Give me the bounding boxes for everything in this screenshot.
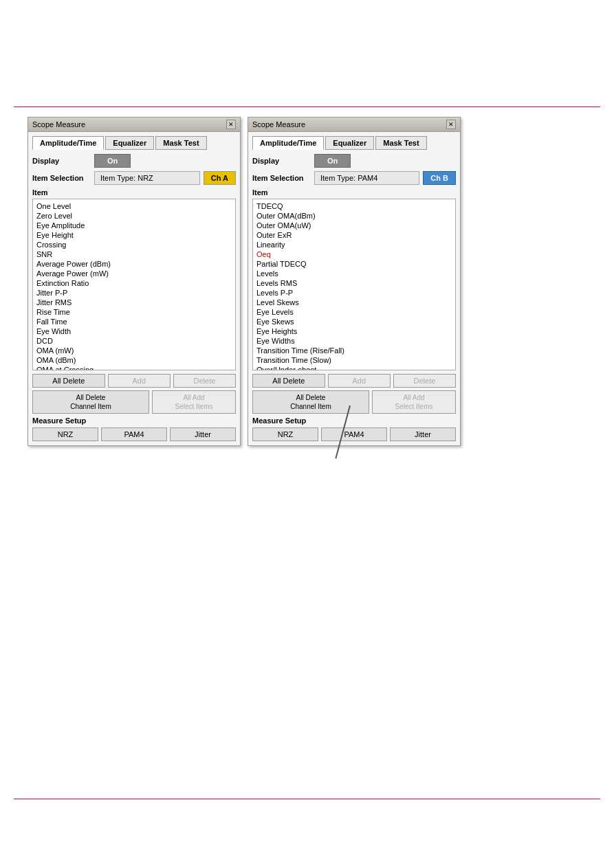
list-item[interactable]: OMA (dBm): [35, 355, 233, 365]
measure-nrz-btn-1[interactable]: NRZ: [32, 427, 98, 441]
measure-jitter-btn-1[interactable]: Jitter: [170, 427, 236, 441]
close-button-1[interactable]: ✕: [226, 120, 236, 129]
list-item[interactable]: Eye Skews: [255, 317, 453, 326]
item-list-label-1: Item: [32, 188, 236, 197]
item-selection-row-1: Item Selection Item Type: NRZ Ch A: [32, 171, 236, 185]
delete-btn-2[interactable]: Delete: [393, 374, 456, 388]
item-selection-row-2: Item Selection Item Type: PAM4 Ch B: [252, 171, 456, 185]
list-item[interactable]: Jitter RMS: [35, 298, 233, 307]
list-item[interactable]: Levels RMS: [255, 278, 453, 288]
list-item[interactable]: Eye Width: [35, 326, 233, 336]
tab-bar-2: Amplitude/Time Equalizer Mask Test: [252, 136, 456, 150]
add-btn-1[interactable]: Add: [108, 374, 171, 388]
all-add-select-btn-1[interactable]: All AddSelect Items: [152, 390, 236, 414]
list-item[interactable]: One Level: [35, 201, 233, 211]
tab-equalizer-1[interactable]: Equalizer: [105, 136, 154, 150]
tab-mask-test-2[interactable]: Mask Test: [375, 136, 426, 150]
add-btn-2[interactable]: Add: [328, 374, 391, 388]
list-item[interactable]: Average Power (mW): [35, 269, 233, 278]
list-item[interactable]: Level Skews: [255, 298, 453, 307]
window-title-2: Scope Measure: [252, 120, 305, 129]
list-item[interactable]: Average Power (dBm): [35, 259, 233, 269]
list-item[interactable]: Eye Height: [35, 230, 233, 240]
item-selection-label-2: Item Selection: [252, 174, 311, 182]
ch-btn-1[interactable]: Ch A: [204, 171, 236, 185]
list-item[interactable]: Partial TDECQ: [255, 259, 453, 269]
list-item[interactable]: Over/Under-shoot: [255, 365, 453, 370]
item-list-label-2: Item: [252, 188, 456, 197]
ch-btn-2[interactable]: Ch B: [423, 171, 456, 185]
list-item[interactable]: Eye Heights: [255, 326, 453, 336]
tab-bar-1: Amplitude/Time Equalizer Mask Test: [32, 136, 236, 150]
measure-setup-label-1: Measure Setup: [32, 416, 236, 425]
display-row-2: Display On: [252, 154, 456, 168]
channel-btn-row-1: All DeleteChannel Item All AddSelect Ite…: [32, 390, 236, 414]
measure-btn-row-1: NRZ PAM4 Jitter: [32, 427, 236, 441]
item-list-2: TDECQ Outer OMA(dBm) Outer OMA(uW) Outer…: [252, 199, 456, 370]
display-row-1: Display On: [32, 154, 236, 168]
tab-mask-test-1[interactable]: Mask Test: [155, 136, 206, 150]
all-delete-channel-btn-1[interactable]: All DeleteChannel Item: [32, 390, 149, 414]
action-btn-row-2: All Delete Add Delete: [252, 374, 456, 388]
list-item[interactable]: Eye Levels: [255, 307, 453, 317]
measure-nrz-btn-2[interactable]: NRZ: [252, 427, 318, 441]
channel-btn-row-2: All DeleteChannel Item All AddSelect Ite…: [252, 390, 456, 414]
list-item[interactable]: Fall Time: [35, 317, 233, 326]
list-item[interactable]: Linearity: [255, 240, 453, 249]
list-item[interactable]: Outer OMA(dBm): [255, 211, 453, 221]
scope-window-2: Scope Measure ✕ Amplitude/Time Equalizer…: [248, 117, 461, 446]
top-divider: [14, 107, 600, 107]
window-title-1: Scope Measure: [32, 120, 85, 129]
list-item[interactable]: OMA (mW): [35, 346, 233, 355]
scope-window-1: Scope Measure ✕ Amplitude/Time Equalizer…: [28, 117, 241, 446]
titlebar-1: Scope Measure ✕: [28, 118, 240, 132]
display-label-1: Display: [32, 157, 91, 165]
list-item[interactable]: OMA at Crossing: [35, 365, 233, 370]
tab-amplitude-time-2[interactable]: Amplitude/Time: [252, 136, 324, 150]
delete-btn-1[interactable]: Delete: [173, 374, 236, 388]
list-item[interactable]: Levels: [255, 269, 453, 278]
display-label-2: Display: [252, 157, 311, 165]
item-type-1: Item Type: NRZ: [94, 171, 200, 185]
item-list-1: One Level Zero Level Eye Amplitude Eye H…: [32, 199, 236, 370]
close-button-2[interactable]: ✕: [446, 120, 456, 129]
all-add-select-btn-2[interactable]: All AddSelect Items: [372, 390, 456, 414]
measure-btn-row-2: NRZ PAM4 Jitter: [252, 427, 456, 441]
list-item[interactable]: Oeq: [255, 249, 453, 259]
measure-pam4-btn-2[interactable]: PAM4: [321, 427, 387, 441]
list-item[interactable]: Extinction Ratio: [35, 278, 233, 288]
action-btn-row-1: All Delete Add Delete: [32, 374, 236, 388]
measure-jitter-btn-2[interactable]: Jitter: [390, 427, 456, 441]
list-item[interactable]: DCD: [35, 336, 233, 346]
list-item[interactable]: Jitter P-P: [35, 288, 233, 298]
list-item[interactable]: Transition Time (Rise/Fall): [255, 346, 453, 355]
item-selection-label-1: Item Selection: [32, 174, 91, 182]
all-delete-channel-btn-2[interactable]: All DeleteChannel Item: [252, 390, 369, 414]
list-item[interactable]: Outer ExR: [255, 230, 453, 240]
list-item[interactable]: Levels P-P: [255, 288, 453, 298]
tab-amplitude-time-1[interactable]: Amplitude/Time: [32, 136, 104, 150]
all-delete-btn-2[interactable]: All Delete: [252, 374, 325, 388]
list-item[interactable]: Crossing: [35, 240, 233, 249]
bottom-divider: [14, 799, 600, 799]
measure-pam4-btn-1[interactable]: PAM4: [101, 427, 167, 441]
titlebar-2: Scope Measure ✕: [248, 118, 460, 132]
display-on-btn-1[interactable]: On: [94, 154, 131, 168]
list-item[interactable]: Eye Widths: [255, 336, 453, 346]
list-item[interactable]: Outer OMA(uW): [255, 221, 453, 230]
list-item[interactable]: TDECQ: [255, 201, 453, 211]
tab-equalizer-2[interactable]: Equalizer: [325, 136, 374, 150]
all-delete-btn-1[interactable]: All Delete: [32, 374, 105, 388]
list-item[interactable]: Eye Amplitude: [35, 221, 233, 230]
list-item[interactable]: Rise Time: [35, 307, 233, 317]
list-item[interactable]: SNR: [35, 249, 233, 259]
list-item[interactable]: Transition Time (Slow): [255, 355, 453, 365]
display-on-btn-2[interactable]: On: [314, 154, 351, 168]
measure-setup-label-2: Measure Setup: [252, 416, 456, 425]
list-item[interactable]: Zero Level: [35, 211, 233, 221]
item-type-2: Item Type: PAM4: [314, 171, 419, 185]
